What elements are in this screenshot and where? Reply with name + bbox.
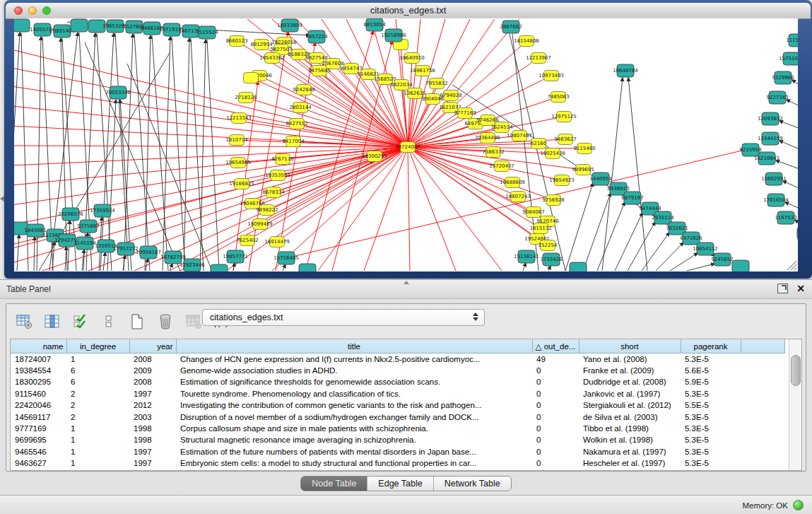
table-cell[interactable]: 5.3E-5 [681,423,741,434]
table-cell[interactable]: 1997 [129,446,176,457]
scrollbar-thumb[interactable] [791,355,801,386]
table-cell[interactable]: Investigating the contribution of common… [176,399,532,411]
column-header-year[interactable]: year [129,340,176,354]
table-cell[interactable]: 2008 [129,376,176,387]
table-cell[interactable]: 0 [532,365,579,376]
table-cell[interactable]: 1997 [129,388,176,399]
table-cell[interactable]: Yano et al. (2008) [579,354,681,365]
teal-node[interactable]: 1145194 [73,237,96,250]
yellow-node[interactable]: 7386372 [482,147,504,158]
yellow-node[interactable]: 1810754 [225,135,248,146]
teal-node[interactable]: 8813054 [363,18,386,31]
yellow-node[interactable]: 18353594 [265,170,290,181]
table-cell[interactable]: 0 [532,388,579,399]
checkbox-stack-icon[interactable] [100,313,118,331]
teal-node[interactable] [71,19,88,32]
yellow-node[interactable]: 252254 [539,240,558,251]
teal-node[interactable]: 9227343 [766,91,788,104]
yellow-node[interactable]: 8912954 [250,40,273,50]
yellow-node[interactable]: 7485063 [547,92,569,103]
table-cell[interactable]: 19384554 [11,365,66,376]
panel-collapse-arrow[interactable] [0,196,4,201]
yellow-node[interactable]: 20364486 [475,133,500,144]
teal-node[interactable]: 20053346 [105,86,131,99]
table-cell[interactable]: 6 [66,376,129,387]
table-cell[interactable]: Nakamura et al. (1997) [579,446,681,457]
teal-node[interactable]: 1733426 [540,253,563,266]
table-cell[interactable]: 5.3E-5 [681,457,741,469]
column-header-title[interactable]: title [176,340,532,354]
table-cell[interactable]: 1 [66,423,129,434]
table-cell[interactable]: 9777169 [11,423,66,434]
table-cell[interactable]: 2003 [129,411,176,422]
table-cell[interactable]: 9463627 [11,457,66,469]
teal-node[interactable]: 9329966 [772,71,794,84]
table-cell[interactable]: 0 [532,376,579,387]
yellow-node[interactable]: 19166825 [229,179,254,189]
teal-node[interactable]: 1440954 [589,173,612,185]
table-cell[interactable]: 2008 [129,354,176,365]
table-cell[interactable]: 5.3E-5 [681,446,741,457]
teal-node[interactable]: 15692951 [761,173,787,185]
yellow-node[interactable]: 12975125 [551,112,577,122]
table-cell[interactable]: Stergiakouli et al. (2012) [579,399,681,411]
table-cell[interactable]: 49 [532,354,579,365]
table-cell[interactable]: de Silva et al. (2003) [579,411,681,422]
resize-grip[interactable] [787,261,796,270]
table-cell[interactable]: 2 [66,388,129,399]
panel-resize-grip[interactable] [404,281,409,284]
table-vertical-scrollbar[interactable] [789,339,801,470]
teal-node[interactable]: 10958167 [136,246,161,259]
table-row[interactable]: 946362711997Embryonic stem cells: a mode… [11,457,785,469]
table-cell[interactable]: 5.6E-5 [681,365,741,376]
table-cell[interactable]: 9699695 [11,434,66,445]
yellow-node[interactable]: 8427552 [286,119,307,129]
teal-node[interactable]: 20206576 [58,208,83,221]
yellow-node[interactable]: 7625402 [236,235,258,246]
table-cell[interactable]: 0 [532,434,579,445]
yellow-node[interactable]: 9899695 [572,165,594,175]
column-header-pagerank[interactable]: pagerank [681,340,741,354]
table-cell[interactable]: Tourette syndrome. Phenomenology and cla… [176,388,532,399]
teal-node[interactable]: 17016504 [763,194,789,206]
table-cell[interactable]: Hescheler et al. (1997) [579,457,681,469]
teal-node[interactable]: 7857224 [305,30,328,43]
table-cell[interactable]: 1998 [129,434,176,445]
yellow-node[interactable]: 10973493 [539,71,564,81]
teal-node[interactable] [797,227,798,240]
table-row[interactable]: 977716911998Corpus callosum shape and si… [11,423,785,434]
table-row[interactable]: 2242004622012Investigating the contribut… [11,399,785,411]
table-cell[interactable]: 1 [66,446,129,457]
column-header-name[interactable]: name [11,340,66,354]
table-cell[interactable]: Wolkin et al. (1998) [579,434,681,445]
teal-node[interactable] [14,19,30,32]
table-cell[interactable]: 9115460 [11,388,66,399]
teal-node[interactable]: 6879197 [621,192,643,204]
table-cell[interactable]: 5.9E-5 [681,376,741,387]
yellow-node[interactable]: 10688609 [500,177,525,188]
yellow-node[interactable]: 9756928 [542,195,564,206]
teal-node[interactable]: 2887682 [500,21,522,33]
teal-node[interactable]: 17359924 [90,204,115,217]
yellow-node[interactable]: 16914479 [264,237,290,247]
column-header-out_de[interactable]: △ out_de... [532,340,579,354]
teal-node[interactable] [732,260,749,271]
tab-node-table[interactable]: Node Table [301,477,367,491]
tab-edge-table[interactable]: Edge Table [367,477,433,491]
table-settings-icon[interactable] [15,313,33,331]
yellow-node[interactable]: 10807487 [507,131,532,141]
table-cell[interactable]: 0 [532,411,579,422]
yellow-node[interactable]: 18640910 [399,53,425,64]
table-cell[interactable]: 18724007 [11,354,66,365]
teal-node[interactable]: 12444159 [758,132,783,145]
teal-node[interactable]: 1115408 [786,34,798,47]
teal-node[interactable]: 15716485 [273,252,299,264]
teal-node[interactable]: 16782759 [160,251,186,264]
yellow-node[interactable]: 2803144 [289,103,312,113]
teal-node[interactable]: 16648784 [613,64,638,77]
yellow-node[interactable] [244,73,259,83]
table-cell[interactable]: 22420046 [11,399,66,411]
table-cell[interactable]: Disruption of a novel member of a sodium… [176,411,532,422]
network-canvas[interactable]: 1872400718300295866012389129541822605898… [14,18,798,271]
column-header-short[interactable]: short [579,340,681,354]
